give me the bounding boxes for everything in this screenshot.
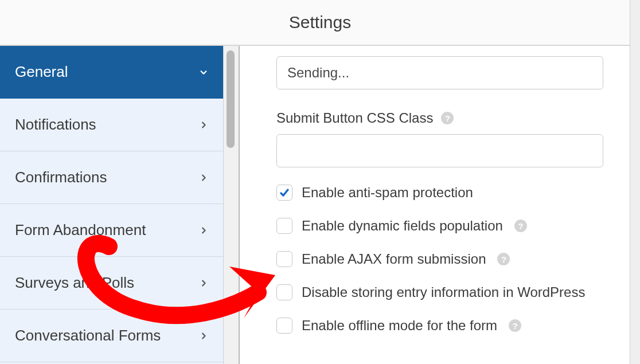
label-text: Submit Button CSS Class [276, 110, 433, 126]
sidebar-item-notifications[interactable]: Notifications [0, 99, 223, 151]
chevron-right-icon [199, 226, 208, 235]
sidebar-item-conversational-forms[interactable]: Conversational Forms [0, 310, 223, 362]
settings-sidebar: General Notifications Confirmations Form… [0, 46, 224, 364]
check-row-ajax-submission: Enable AJAX form submission ? [276, 251, 603, 267]
sidebar-item-confirmations[interactable]: Confirmations [0, 151, 223, 204]
checkbox-disable-storing-entry[interactable] [276, 284, 292, 300]
check-row-disable-storing-entry: Disable storing entry information in Wor… [276, 284, 603, 300]
sidebar-scrollbar-thumb[interactable] [227, 50, 235, 148]
checkbox-label: Enable AJAX form submission [302, 251, 486, 267]
checkbox-label: Enable offline mode for the form [302, 318, 497, 334]
checkbox-label: Enable dynamic fields population [302, 218, 503, 234]
check-row-dynamic-fields: Enable dynamic fields population ? [276, 218, 603, 234]
sidebar-item-general[interactable]: General [0, 46, 223, 99]
sidebar-item-label: General [15, 63, 68, 81]
sidebar-item-label: Surveys and Polls [15, 274, 134, 292]
submit-button-css-class-label: Submit Button CSS Class ? [276, 110, 603, 126]
checkbox-dynamic-fields[interactable] [276, 218, 292, 234]
sidebar-item-form-abandonment[interactable]: Form Abandonment [0, 204, 223, 257]
checkbox-anti-spam[interactable] [276, 185, 292, 201]
chevron-right-icon [199, 173, 208, 182]
chevron-down-icon [199, 68, 208, 77]
sidebar-scrollbar-track[interactable] [224, 46, 240, 364]
window-right-edge [630, 0, 640, 364]
settings-header: Settings [0, 0, 640, 46]
chevron-right-icon [199, 279, 208, 288]
sidebar-item-label: Form Abandonment [15, 221, 146, 239]
submit-processing-text-input[interactable] [276, 56, 603, 89]
help-icon[interactable]: ? [497, 253, 510, 265]
page-title: Settings [289, 13, 351, 32]
settings-checkbox-list: Enable anti-spam protection Enable dynam… [276, 185, 603, 334]
settings-main-pane: Submit Button CSS Class ? Enable anti-sp… [240, 46, 640, 364]
check-row-anti-spam: Enable anti-spam protection [276, 185, 603, 201]
chevron-right-icon [199, 331, 208, 340]
sidebar-item-label: Notifications [15, 116, 96, 134]
help-icon[interactable]: ? [509, 319, 521, 332]
check-row-offline-mode: Enable offline mode for the form ? [276, 318, 603, 334]
checkbox-label: Disable storing entry information in Wor… [302, 284, 585, 300]
sidebar-item-label: Conversational Forms [15, 327, 161, 345]
checkbox-ajax-submission[interactable] [276, 251, 292, 267]
checkbox-offline-mode[interactable] [276, 318, 292, 334]
help-icon[interactable]: ? [441, 112, 454, 124]
help-icon[interactable]: ? [514, 220, 527, 232]
chevron-right-icon [199, 120, 208, 130]
sidebar-item-surveys-polls[interactable]: Surveys and Polls [0, 257, 223, 310]
sidebar-item-label: Confirmations [15, 169, 107, 186]
checkbox-label: Enable anti-spam protection [302, 185, 473, 201]
submit-button-css-class-input[interactable] [276, 134, 603, 167]
